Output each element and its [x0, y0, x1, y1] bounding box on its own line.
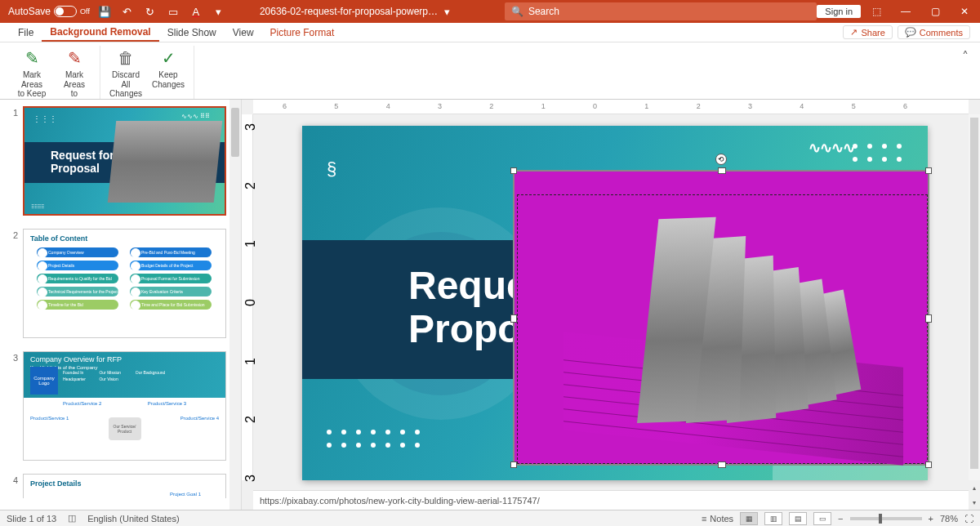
thumbnail-scrollbar[interactable]	[229, 100, 241, 510]
slide-counter[interactable]: Slide 1 of 13	[7, 514, 56, 524]
zigzag-icon: §	[327, 158, 335, 180]
share-button[interactable]: ↗ Share	[843, 25, 892, 39]
language-indicator[interactable]: English (United States)	[87, 514, 180, 524]
comments-label: Comments	[920, 28, 963, 38]
ruler-horizontal[interactable]: 6543210123456	[253, 100, 969, 114]
search-input[interactable]	[528, 6, 810, 17]
filename-dropdown-icon[interactable]: ▾	[439, 3, 456, 20]
slideshow-view-icon[interactable]: ▭	[813, 512, 831, 525]
thumbnail-3[interactable]: 3 Company Overview for RFP Key Highlight…	[0, 345, 241, 467]
resize-handle[interactable]	[510, 167, 517, 174]
notes-url-bar[interactable]: https://pixabay.com/photos/new-york-city…	[253, 490, 969, 510]
reading-view-icon[interactable]: ▤	[789, 512, 807, 525]
pencil-minus-icon: ✎	[64, 47, 85, 69]
prev-slide-icon[interactable]: ▴	[969, 480, 980, 495]
autosave-state: Off	[80, 7, 90, 16]
share-label: Share	[861, 28, 884, 38]
collapse-ribbon-icon[interactable]: ˄	[957, 46, 973, 68]
normal-view-icon[interactable]: ▦	[740, 512, 758, 525]
share-icon: ↗	[850, 27, 858, 38]
tab-file[interactable]: File	[10, 23, 42, 42]
rotate-handle-icon[interactable]: ⟲	[715, 154, 727, 165]
menu-bar: File Background Removal Slide Show View …	[0, 23, 980, 42]
resize-handle[interactable]	[718, 461, 726, 468]
slide-nav-arrows: ▴ ▾	[969, 480, 980, 510]
ribbon-display-icon[interactable]: ⬚	[862, 0, 890, 23]
zoom-level[interactable]: 78%	[940, 514, 958, 524]
building-foreground	[564, 212, 903, 423]
minimize-icon[interactable]: —	[892, 0, 920, 23]
slide-canvas[interactable]: § ∿∿∿∿ Request for Proposal	[302, 126, 928, 480]
resize-handle[interactable]	[925, 461, 932, 468]
thumb-title: Company Overview for RFP	[30, 355, 219, 363]
qat-more-icon[interactable]: ▾	[211, 3, 227, 20]
comments-button[interactable]: 💬 Comments	[898, 25, 970, 39]
check-icon: ✓	[158, 47, 179, 69]
tab-picture-format[interactable]: Picture Format	[262, 23, 343, 42]
resize-handle[interactable]	[510, 314, 517, 323]
thumb-title: Project Details	[30, 479, 82, 488]
title-bar: AutoSave Off 💾 ↶ ↻ ▭ A ▾ 20636-02-reques…	[0, 0, 980, 23]
thumb-num: 4	[7, 474, 18, 498]
tab-view[interactable]: View	[225, 23, 262, 42]
thumb-num: 3	[7, 351, 18, 461]
save-icon[interactable]: 💾	[96, 3, 113, 20]
zoom-slider[interactable]	[850, 517, 922, 520]
ribbon: ✎ Mark Areas to Keep ✎ Mark Areas to Rem…	[0, 42, 980, 100]
workspace: 1 ⋮⋮⋮ ∿∿∿ ⠿⠿ Request for Proposal ⠿⠿⠿⠿ 2…	[0, 100, 980, 510]
font-color-icon[interactable]: A	[188, 3, 204, 20]
accessibility-icon[interactable]: ◫	[68, 513, 76, 524]
zoom-out-icon[interactable]: −	[838, 514, 843, 524]
thumb-title: Request for Proposal	[51, 149, 114, 175]
autosave-toggle[interactable]: AutoSave Off	[8, 6, 90, 17]
trash-icon: 🗑	[115, 47, 136, 69]
selected-image-bg-removal[interactable]: ⟲	[514, 172, 928, 464]
editor-area: 6543210123456 3210123 § ∿∿∿∿ Request for…	[242, 100, 980, 510]
search-icon: 🔍	[511, 6, 523, 17]
resize-handle[interactable]	[925, 314, 932, 323]
fit-window-icon[interactable]: ⛶	[964, 514, 973, 524]
autosave-label: AutoSave	[8, 6, 51, 17]
thumbnail-4[interactable]: 4 Project Details Project Goal 1	[0, 467, 241, 498]
menu-right: ↗ Share 💬 Comments	[843, 25, 970, 39]
search-box[interactable]: 🔍	[505, 2, 817, 20]
tab-background-removal[interactable]: Background Removal	[42, 23, 158, 42]
editor-scrollbar[interactable]	[969, 114, 980, 480]
keep-changes-button[interactable]: ✓ Keep Changes	[148, 46, 189, 100]
sorter-view-icon[interactable]: ▥	[764, 512, 782, 525]
tab-slide-show[interactable]: Slide Show	[159, 23, 225, 42]
pencil-plus-icon: ✎	[21, 47, 42, 69]
thumb-title: Table of Content	[30, 234, 87, 243]
notes-url-text: https://pixabay.com/photos/new-york-city…	[260, 496, 540, 506]
comment-icon: 💬	[905, 27, 916, 38]
ribbon-group-close: 🗑 Discard All Changes ✓ Keep Changes Clo…	[100, 46, 194, 99]
thumbnail-panel[interactable]: 1 ⋮⋮⋮ ∿∿∿ ⠿⠿ Request for Proposal ⠿⠿⠿⠿ 2…	[0, 100, 242, 510]
close-icon[interactable]: ✕	[951, 0, 978, 23]
canvas-wrap[interactable]: § ∿∿∿∿ Request for Proposal	[242, 114, 980, 510]
sign-in-button[interactable]: Sign in	[817, 5, 861, 18]
thumbnail-1[interactable]: 1 ⋮⋮⋮ ∿∿∿ ⠿⠿ Request for Proposal ⠿⠿⠿⠿	[0, 100, 241, 222]
scrollbar-handle[interactable]	[231, 108, 239, 157]
status-bar: Slide 1 of 13 ◫ English (United States) …	[0, 510, 980, 526]
notes-icon: ≡	[702, 514, 706, 524]
thumbnail-2[interactable]: 2 Table of Content Company Overview Proj…	[0, 222, 241, 345]
undo-icon[interactable]: ↶	[119, 3, 136, 20]
scrollbar-handle[interactable]	[970, 118, 978, 469]
document-filename: 20636-02-request-for-proposal-powerpoint…	[260, 6, 439, 17]
redo-icon[interactable]: ↻	[142, 3, 158, 20]
toggle-off-icon[interactable]	[54, 6, 77, 17]
zigzag-icon: ∿∿∿∿	[808, 139, 854, 157]
zoom-in-icon[interactable]: +	[929, 514, 933, 524]
discard-changes-button[interactable]: 🗑 Discard All Changes	[105, 46, 146, 100]
thumb-num: 1	[7, 106, 18, 216]
resize-handle[interactable]	[510, 461, 517, 468]
notes-button[interactable]: ≡ Notes	[702, 514, 733, 524]
title-bar-right: Sign in ⬚ — ▢ ✕	[817, 0, 980, 23]
resize-handle[interactable]	[925, 167, 932, 174]
maximize-icon[interactable]: ▢	[921, 0, 949, 23]
next-slide-icon[interactable]: ▾	[969, 495, 980, 510]
resize-handle[interactable]	[718, 167, 726, 174]
thumb-num: 2	[7, 229, 18, 338]
ribbon-group-refine: ✎ Mark Areas to Keep ✎ Mark Areas to Rem…	[7, 46, 100, 99]
present-icon[interactable]: ▭	[165, 3, 181, 20]
